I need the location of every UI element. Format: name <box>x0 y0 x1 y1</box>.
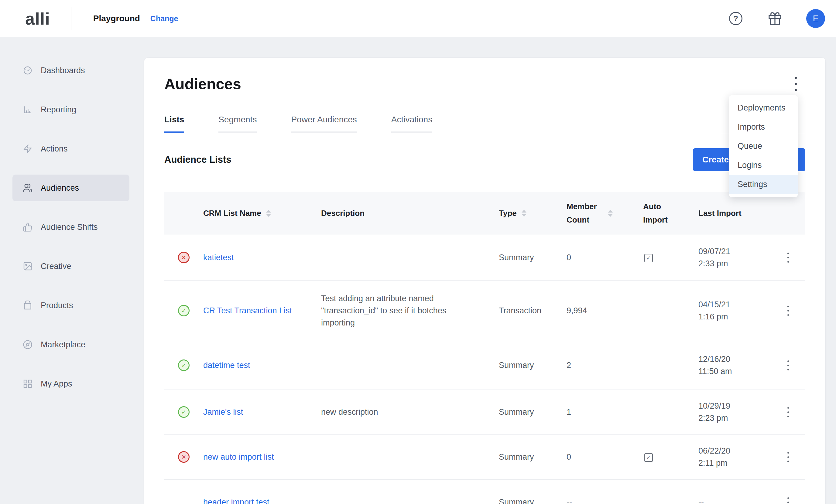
sidebar-item-label: Marketplace <box>41 340 86 349</box>
menu-item-settings[interactable]: Settings <box>729 175 798 194</box>
change-workspace-link[interactable]: Change <box>150 14 178 23</box>
table-row: ✓ CR Test Transaction List Test adding a… <box>164 280 805 341</box>
sidebar-item-label: My Apps <box>41 379 72 389</box>
tab-bar: Lists Segments Power Audiences Activatio… <box>164 109 805 133</box>
topbar-divider <box>71 7 71 30</box>
import-success-icon: ✓ <box>178 360 190 371</box>
import-error-icon: ✕ <box>178 252 190 263</box>
image-icon <box>23 261 33 271</box>
sidebar: Dashboards Reporting Actions Audiences A… <box>0 37 144 504</box>
menu-item-queue[interactable]: Queue <box>729 137 798 156</box>
menu-item-logins[interactable]: Logins <box>729 156 798 175</box>
member-count-column-header[interactable]: Member Count <box>567 192 643 235</box>
row-actions-kebab-icon[interactable] <box>785 495 791 504</box>
sidebar-item-actions[interactable]: Actions <box>13 135 129 162</box>
list-name-link[interactable]: header import test <box>203 496 269 504</box>
sidebar-item-label: Reporting <box>41 105 76 114</box>
auto-import-checkbox[interactable]: ✓ <box>644 453 653 462</box>
sidebar-item-label: Products <box>41 301 73 310</box>
last-import: 06/22/20 2:11 pm <box>698 434 771 479</box>
tab-activations[interactable]: Activations <box>391 109 432 133</box>
top-bar: alli Playground Change ? E <box>0 0 836 37</box>
list-type: Transaction <box>499 280 567 341</box>
tab-lists[interactable]: Lists <box>164 109 184 133</box>
list-type: Summary <box>499 390 567 434</box>
table-header-row: CRM List Name Description Type Member Co… <box>164 192 805 235</box>
sidebar-item-marketplace[interactable]: Marketplace <box>13 331 129 358</box>
users-icon <box>23 183 33 193</box>
auto-import-column-header: Auto Import <box>643 192 698 235</box>
bar-chart-icon <box>23 105 33 114</box>
row-actions-kebab-icon[interactable] <box>785 358 791 373</box>
member-count: 0 <box>567 235 643 280</box>
row-actions-kebab-icon[interactable] <box>785 450 791 465</box>
sidebar-item-my-apps[interactable]: My Apps <box>13 370 129 397</box>
member-count: 0 <box>567 434 643 479</box>
page-title: Audiences <box>164 75 805 94</box>
sidebar-item-label: Actions <box>41 144 68 154</box>
list-type: Summary <box>499 434 567 479</box>
sort-icon <box>521 210 527 217</box>
row-actions-kebab-icon[interactable] <box>785 250 791 265</box>
row-actions-column-header <box>771 192 805 235</box>
topbar-actions: ? E <box>729 9 825 28</box>
sidebar-item-creative[interactable]: Creative <box>13 253 129 279</box>
sidebar-item-label: Audience Shifts <box>41 222 98 232</box>
auto-import-checkbox[interactable]: ✓ <box>644 254 653 262</box>
sidebar-item-label: Dashboards <box>41 66 85 75</box>
type-column-header[interactable]: Type <box>499 192 567 235</box>
list-name-link[interactable]: katietest <box>203 251 234 264</box>
import-error-icon: ✕ <box>178 451 190 463</box>
gift-icon[interactable] <box>768 12 782 25</box>
workspace-name: Playground <box>93 14 140 23</box>
crm-list-name-column-header[interactable]: CRM List Name <box>203 192 321 235</box>
menu-item-deployments[interactable]: Deployments <box>729 98 798 117</box>
shopping-bag-icon <box>23 301 33 310</box>
tab-segments[interactable]: Segments <box>218 109 257 133</box>
member-count: -- <box>567 479 643 504</box>
sidebar-item-audiences[interactable]: Audiences <box>13 175 129 201</box>
grid-icon <box>23 379 33 389</box>
audience-lists-table: CRM List Name Description Type Member Co… <box>164 192 805 504</box>
user-avatar[interactable]: E <box>806 9 825 28</box>
table-row: ✓ Jamie's list new description Summary 1… <box>164 390 805 434</box>
list-name-link[interactable]: Jamie's list <box>203 406 243 418</box>
sidebar-item-label: Audiences <box>41 183 79 193</box>
section-title: Audience Lists <box>164 154 231 165</box>
sidebar-item-dashboards[interactable]: Dashboards <box>13 57 129 84</box>
import-success-icon: ✓ <box>178 406 190 418</box>
member-count: 1 <box>567 390 643 434</box>
last-import-column-header: Last Import <box>698 192 771 235</box>
member-count: 2 <box>567 341 643 390</box>
row-actions-kebab-icon[interactable] <box>785 405 791 420</box>
sidebar-item-products[interactable]: Products <box>13 292 129 319</box>
row-actions-kebab-icon[interactable] <box>785 303 791 318</box>
list-type: Summary <box>499 341 567 390</box>
list-type: Summary <box>499 235 567 280</box>
compass-icon <box>23 340 33 349</box>
menu-item-imports[interactable]: Imports <box>729 117 798 137</box>
sidebar-item-label: Creative <box>41 262 71 271</box>
list-description: new description <box>321 406 378 418</box>
list-description: Test adding an attribute named "transact… <box>321 292 464 329</box>
list-name-link[interactable]: datetime test <box>203 359 250 371</box>
list-type: Summary <box>499 479 567 504</box>
list-name-link[interactable]: CR Test Transaction List <box>203 305 292 317</box>
help-icon[interactable]: ? <box>729 12 742 25</box>
description-column-header: Description <box>321 192 499 235</box>
lightning-icon <box>23 144 33 154</box>
tab-power-audiences[interactable]: Power Audiences <box>291 109 357 133</box>
table-row: ✓ datetime test Summary 2 12/16/20 11:50… <box>164 341 805 390</box>
page-actions-kebab-icon[interactable] <box>788 76 803 92</box>
table-row: header import test Summary -- -- <box>164 479 805 504</box>
sidebar-item-reporting[interactable]: Reporting <box>13 96 129 123</box>
app-logo[interactable]: alli <box>25 9 50 28</box>
thumbs-up-icon <box>23 222 33 232</box>
gauge-icon <box>23 65 33 75</box>
sidebar-item-audience-shifts[interactable]: Audience Shifts <box>13 214 129 240</box>
member-count: 9,994 <box>567 280 643 341</box>
list-name-link[interactable]: new auto import list <box>203 451 274 463</box>
last-import: 12/16/20 11:50 am <box>698 341 771 390</box>
sort-icon <box>266 210 271 217</box>
table-row: ✕ katietest Summary 0 ✓ 09/07/21 2:33 pm <box>164 235 805 280</box>
